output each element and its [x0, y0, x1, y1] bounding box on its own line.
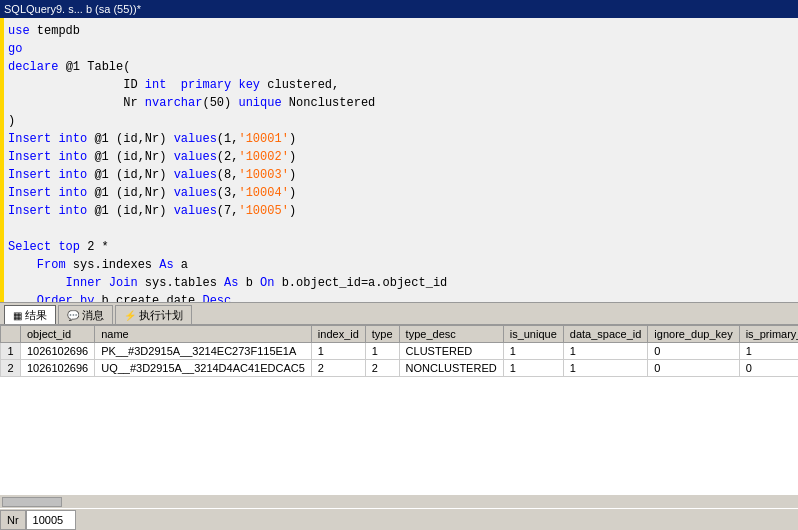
tab-plan-label: 执行计划 [139, 308, 183, 323]
status-bar: Nr 10005 [0, 508, 798, 530]
results-area[interactable]: object_id name index_id type type_desc i… [0, 325, 798, 495]
cell-index_id: 2 [311, 360, 365, 377]
code-line: Insert into @1 (id,Nr) values(2,'10002') [8, 148, 790, 166]
line-gutter [0, 18, 4, 302]
col-name: name [95, 326, 312, 343]
code-line [8, 220, 790, 238]
cell-object_id: 1026102696 [21, 360, 95, 377]
code-line: ) [8, 112, 790, 130]
col-ignore_dup_key: ignore_dup_key [648, 326, 739, 343]
code-line: use tempdb [8, 22, 790, 40]
code-line: Select top 2 * [8, 238, 790, 256]
editor-content[interactable]: use tempdb go declare @1 Table( ID int p… [0, 18, 798, 302]
tab-messages-label: 消息 [82, 308, 104, 323]
msg-icon: 💬 [67, 310, 79, 321]
cell-num: 1 [1, 343, 21, 360]
col-rownum [1, 326, 21, 343]
code-line: Insert into @1 (id,Nr) values(7,'10005') [8, 202, 790, 220]
cell-data_space_id: 1 [563, 360, 648, 377]
editor-wrapper: use tempdb go declare @1 Table( ID int p… [0, 18, 798, 302]
col-is_unique: is_unique [503, 326, 563, 343]
cell-is_primary_key: 1 [739, 343, 798, 360]
col-is_primary_key: is_primary_key [739, 326, 798, 343]
cell-index_id: 1 [311, 343, 365, 360]
plan-icon: ⚡ [124, 310, 136, 321]
code-line: Order by b.create_date Desc [8, 292, 790, 302]
code-line: Insert into @1 (id,Nr) values(3,'10004') [8, 184, 790, 202]
code-line: Insert into @1 (id,Nr) values(1,'10001') [8, 130, 790, 148]
col-data_space_id: data_space_id [563, 326, 648, 343]
tab-plan[interactable]: ⚡ 执行计划 [115, 305, 192, 324]
tabs-bar: ▦ 结果 💬 消息 ⚡ 执行计划 [0, 303, 798, 325]
title-text: SQLQuery9. s... b (sa (55))* [4, 3, 141, 15]
cell-data_space_id: 1 [563, 343, 648, 360]
cell-object_id: 1026102696 [21, 343, 95, 360]
cell-type_desc: NONCLUSTERED [399, 360, 503, 377]
tab-results-label: 结果 [25, 308, 47, 323]
cell-ignore_dup_key: 0 [648, 360, 739, 377]
col-object_id: object_id [21, 326, 95, 343]
tab-results[interactable]: ▦ 结果 [4, 305, 56, 324]
cell-ignore_dup_key: 0 [648, 343, 739, 360]
status-field-label: Nr [0, 510, 26, 530]
code-line: go [8, 40, 790, 58]
main-container: use tempdb go declare @1 Table( ID int p… [0, 18, 798, 530]
table-row: 21026102696UQ__#3D2915A__3214D4AC41EDCAC… [1, 360, 799, 377]
code-line: Nr nvarchar(50) unique Nonclustered [8, 94, 790, 112]
cell-is_unique: 1 [503, 343, 563, 360]
code-line: Inner Join sys.tables As b On b.object_i… [8, 274, 790, 292]
status-field-value: 10005 [26, 510, 76, 530]
field-value: 10005 [33, 514, 64, 526]
cell-type: 2 [365, 360, 399, 377]
grid-icon: ▦ [13, 310, 22, 321]
table-header-row: object_id name index_id type type_desc i… [1, 326, 799, 343]
editor-area[interactable]: use tempdb go declare @1 Table( ID int p… [0, 18, 798, 303]
code-line: From sys.indexes As a [8, 256, 790, 274]
code-line: Insert into @1 (id,Nr) values(8,'10003') [8, 166, 790, 184]
cell-type: 1 [365, 343, 399, 360]
code-line: declare @1 Table( [8, 58, 790, 76]
code-line: ID int primary key clustered, [8, 76, 790, 94]
col-type_desc: type_desc [399, 326, 503, 343]
tab-messages[interactable]: 💬 消息 [58, 305, 113, 324]
editor-hscroll[interactable] [0, 302, 798, 303]
field-name: Nr [7, 514, 19, 526]
title-bar: SQLQuery9. s... b (sa (55))* [0, 0, 798, 18]
cell-is_unique: 1 [503, 360, 563, 377]
col-type: type [365, 326, 399, 343]
cell-name: PK__#3D2915A__3214EC273F115E1A [95, 343, 312, 360]
col-index_id: index_id [311, 326, 365, 343]
results-hscroll-thumb[interactable] [2, 497, 62, 507]
table-row: 11026102696PK__#3D2915A__3214EC273F115E1… [1, 343, 799, 360]
cell-name: UQ__#3D2915A__3214D4AC41EDCAC5 [95, 360, 312, 377]
cell-is_primary_key: 0 [739, 360, 798, 377]
results-table: object_id name index_id type type_desc i… [0, 325, 798, 377]
cell-num: 2 [1, 360, 21, 377]
cell-type_desc: CLUSTERED [399, 343, 503, 360]
results-hscroll[interactable] [0, 495, 798, 508]
